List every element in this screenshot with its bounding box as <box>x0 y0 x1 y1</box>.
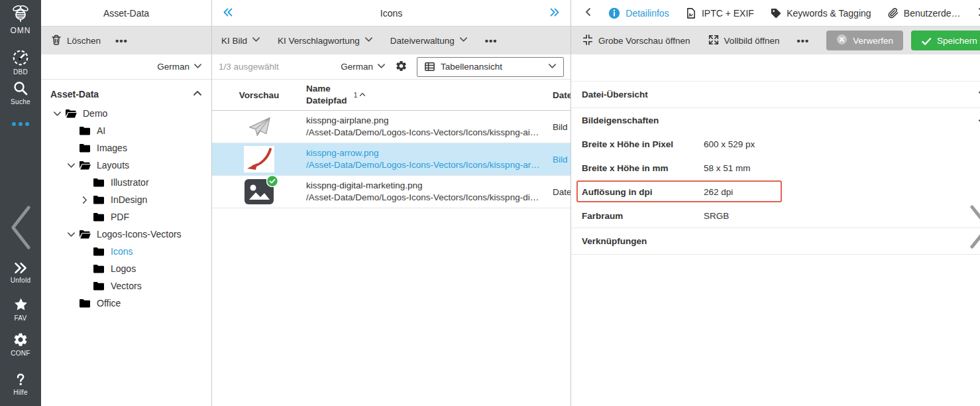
sidebar-item-dashboard[interactable]: DBD <box>0 49 41 76</box>
tree-root-row[interactable]: Asset-Data <box>41 84 211 105</box>
chevron-down-icon[interactable] <box>53 108 65 119</box>
tree-node-office[interactable]: Office <box>41 295 211 312</box>
detail-more-actions-button[interactable]: ••• <box>796 35 809 46</box>
sidebar-item-favorites[interactable]: FAV <box>0 297 41 322</box>
column-header-name: Name <box>306 83 347 95</box>
detail-toolbar: Grobe Vorschau öffnen Vollbild öffnen ••… <box>571 27 980 54</box>
tag-icon <box>770 7 781 19</box>
delete-button[interactable]: Löschen <box>50 34 101 48</box>
tree-node-illustrator[interactable]: Illustrator <box>41 174 211 191</box>
tree-node-label: AI <box>97 125 105 136</box>
sort-indicator[interactable]: 1 <box>354 91 366 99</box>
ki-verschlagwortung-menu[interactable]: KI Verschlagwortung <box>278 35 373 46</box>
asset-path: /Asset-Data/Demo/Logos-Icons-Vectors/Ico… <box>306 127 539 139</box>
property-row-pixel-size: Breite x Höhe in Pixel 600 x 529 px <box>571 132 980 156</box>
column-header-preview[interactable]: Vorschau <box>212 90 306 100</box>
collapse-arrows-icon <box>582 34 594 48</box>
list-language-value: German <box>341 62 373 72</box>
tree-node-indesign[interactable]: InDesign <box>41 191 211 208</box>
omn-logo[interactable]: OMN <box>0 4 41 35</box>
tree-more-actions-button[interactable]: ••• <box>115 35 128 46</box>
checked-badge-icon <box>266 175 278 189</box>
delete-label: Löschen <box>67 36 101 46</box>
chevron-right-icon[interactable] <box>81 194 93 205</box>
asset-row-airplane[interactable]: kisspng-airplane.png /Asset-Data/Demo/Lo… <box>212 111 571 143</box>
chevron-down-icon <box>459 35 468 46</box>
chevron-down-icon <box>548 62 557 72</box>
tree-node-images[interactable]: Images <box>41 139 211 157</box>
discard-button[interactable]: Verwerfen <box>826 31 903 50</box>
chevron-down-icon <box>364 35 373 46</box>
thumbnail-red-arrow <box>244 146 274 172</box>
folder-icon <box>93 281 105 291</box>
asset-type: Bild <box>553 122 571 132</box>
asset-type: Bild <box>553 155 571 165</box>
tree-node-pdf[interactable]: PDF <box>41 208 211 226</box>
tabs-scroll-right-icon[interactable] <box>977 7 980 19</box>
folder-open-icon <box>79 229 91 239</box>
expand-panel-right-icon[interactable] <box>549 7 560 19</box>
list-language-select[interactable]: German <box>341 62 386 72</box>
fullscreen-button[interactable]: Vollbild öffnen <box>708 34 780 48</box>
fold-sidebar-button[interactable] <box>9 203 32 255</box>
tree-node-ai[interactable]: AI <box>41 122 211 139</box>
column-header-type[interactable]: Date <box>553 90 571 100</box>
tree-language-select[interactable]: German <box>157 62 202 72</box>
gear-icon <box>13 332 28 348</box>
tree-node-vectors[interactable]: Vectors <box>41 277 211 295</box>
asset-row-digital-marketing[interactable]: kisspng-digital-marketing.png /Asset-Dat… <box>212 176 571 208</box>
list-more-actions-button[interactable]: ••• <box>485 35 498 46</box>
view-mode-select[interactable]: Tabellenansicht <box>417 57 564 77</box>
sidebar-item-help[interactable]: Hilfe <box>0 372 41 396</box>
rough-preview-button[interactable]: Grobe Vorschau öffnen <box>582 34 690 48</box>
tabs-scroll-left-icon[interactable] <box>583 7 592 19</box>
sidebar-item-search[interactable]: Suche <box>0 80 41 105</box>
search-icon <box>13 80 28 96</box>
tab-label: IPTC + EXIF <box>702 8 754 19</box>
sidebar-item-configuration[interactable]: CONF <box>0 332 41 357</box>
list-panel-title: Icons <box>380 8 402 19</box>
tree-node-label: PDF <box>111 212 129 222</box>
chevron-down-icon[interactable] <box>67 160 79 170</box>
tree-node-demo[interactable]: Demo <box>41 105 211 122</box>
tree-panel-toolbar: Löschen ••• <box>41 27 211 54</box>
image-properties-header[interactable]: Bildeigenschaften <box>571 108 980 132</box>
x-circle-icon <box>836 34 847 47</box>
expand-arrows-icon <box>708 34 720 48</box>
chevron-up-icon[interactable] <box>193 89 202 100</box>
tab-benutzerdefiniert[interactable]: Benutzerde… <box>887 7 961 19</box>
tree-node-layouts[interactable]: Layouts <box>41 157 211 174</box>
omn-dam-application: OMN DBD Suche Unfold FAV CONF <box>0 0 980 406</box>
asset-row-arrow[interactable]: kisspng-arrow.png /Asset-Data/Demo/Logos… <box>212 143 571 176</box>
section-image-properties: Bildeigenschaften Breite x Höhe in Pixel… <box>571 108 980 228</box>
section-links[interactable]: Verknüpfungen <box>571 228 980 255</box>
folder-icon <box>79 125 91 136</box>
star-icon <box>13 297 29 312</box>
folder-icon <box>93 212 105 222</box>
property-label: Farbraum <box>582 211 704 221</box>
tree-node-label: Office <box>97 298 121 308</box>
property-value: 262 dpi <box>704 187 733 197</box>
tab-iptc-exif[interactable]: IPTC + EXIF <box>685 7 754 19</box>
tree-node-icons[interactable]: Icons <box>41 243 211 260</box>
check-icon <box>921 36 932 46</box>
ki-bild-menu[interactable]: KI Bild <box>221 35 260 46</box>
sidebar-more-menu[interactable] <box>0 122 41 126</box>
tab-detailinfos[interactable]: Detailinfos <box>608 7 669 19</box>
tab-label: Keywords & Tagging <box>787 8 871 19</box>
list-settings-button[interactable] <box>395 60 408 74</box>
tree-node-label: Images <box>97 143 127 153</box>
column-header-name-path[interactable]: Name Dateipfad 1 <box>306 83 553 107</box>
next-asset-button[interactable] <box>969 204 980 252</box>
folder-icon <box>93 177 105 188</box>
section-file-overview[interactable]: Datei-Übersicht <box>571 82 980 108</box>
double-chevron-right-icon <box>13 261 28 275</box>
tab-keywords-tagging[interactable]: Keywords & Tagging <box>770 7 871 19</box>
chevron-down-icon[interactable] <box>67 229 79 239</box>
save-button[interactable]: Speichern <box>911 31 980 50</box>
dateiverwaltung-menu[interactable]: Dateiverwaltung <box>390 35 468 46</box>
sidebar-item-unfold[interactable]: Unfold <box>0 261 41 284</box>
tree-node-logos[interactable]: Logos <box>41 260 211 277</box>
collapse-panel-left-icon[interactable] <box>223 7 233 19</box>
tree-node-logos-icons-vectors[interactable]: Logos-Icons-Vectors <box>41 226 211 243</box>
